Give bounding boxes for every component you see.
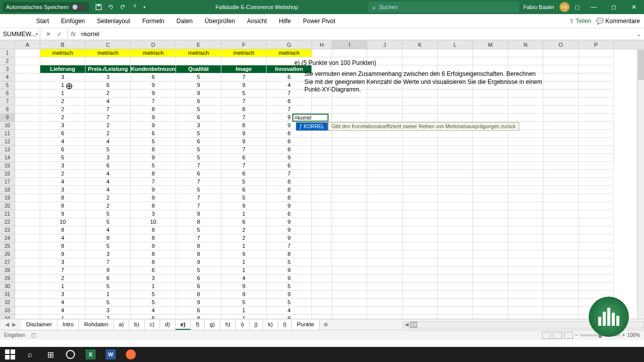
cell[interactable]: 6 [176,275,221,283]
cell[interactable]: 6 [176,98,221,106]
sheet-tab-l[interactable]: l) [278,320,292,330]
row-header-5[interactable]: 5 [0,81,15,89]
sheet-next-icon[interactable]: ▶ [12,321,16,328]
cell[interactable] [367,186,403,194]
row-header-21[interactable]: 21 [0,210,15,218]
row-header-14[interactable]: 14 [0,154,15,162]
cell[interactable]: metrisch [86,49,131,57]
cell[interactable] [312,275,332,283]
cell[interactable] [403,138,438,146]
cell[interactable] [438,266,473,275]
sheet-nav[interactable]: ◀▶ [0,321,21,328]
cells-area[interactable]: metrischmetrischmetrischmetrischmetrisch… [15,49,644,319]
cell[interactable]: 8 [221,122,267,130]
cell[interactable] [438,130,473,138]
cell[interactable]: 9 [267,154,312,162]
ribbon-tab-daten[interactable]: Daten [171,14,199,28]
cell[interactable] [543,57,579,65]
cell[interactable]: 8 [131,226,176,234]
row-header-12[interactable]: 12 [0,138,15,146]
cell[interactable] [367,242,403,250]
cell[interactable] [543,162,579,170]
cell[interactable]: 5 [86,218,131,226]
cell[interactable] [312,138,332,146]
cell[interactable] [15,178,40,186]
row-header-13[interactable]: 13 [0,146,15,154]
cell[interactable] [312,178,332,186]
cell[interactable]: 5 [221,299,267,307]
cell[interactable]: 8 [176,250,221,258]
cell[interactable] [473,242,508,250]
cell[interactable]: 8 [267,138,312,146]
cell[interactable] [332,178,367,186]
cell[interactable]: 7 [267,106,312,114]
cell[interactable]: 2 [40,98,86,106]
cell[interactable] [312,307,332,315]
sheet-tab-Rohdaten[interactable]: Rohdaten [79,320,114,330]
cell[interactable]: 8 [40,194,86,202]
cell[interactable] [367,234,403,242]
user-avatar[interactable]: FB [559,2,570,12]
cell[interactable] [438,106,473,114]
cell[interactable] [508,130,543,138]
cell[interactable] [15,65,40,73]
cell[interactable] [438,234,473,242]
cell[interactable] [438,178,473,186]
cell[interactable] [332,98,367,106]
cell[interactable]: 9 [131,89,176,98]
ribbon-tab-überprüfen[interactable]: Überprüfen [199,14,241,28]
ribbon-tab-einfügen[interactable]: Einfügen [55,14,91,28]
cell[interactable] [367,299,403,307]
cell[interactable] [367,275,403,283]
cell[interactable] [312,291,332,299]
cell[interactable]: 2 [221,234,267,242]
cell[interactable]: 8 [221,106,267,114]
cell[interactable]: 4 [86,186,131,194]
cell[interactable] [332,283,367,291]
cell[interactable]: 9 [267,234,312,242]
cell[interactable] [508,49,543,57]
cell[interactable] [508,178,543,186]
ribbon-display-icon[interactable]: ▢ [575,4,580,11]
cell[interactable]: 6 [131,266,176,275]
cell[interactable] [543,275,579,283]
cell[interactable]: 4 [40,138,86,146]
column-header-M[interactable]: M [473,40,508,49]
cell[interactable]: 2 [86,130,131,138]
cell[interactable] [579,81,614,89]
comments-button[interactable]: 💬Kommentare [596,18,640,25]
cell[interactable] [332,299,367,307]
word-taskbar-icon[interactable]: W [101,347,121,362]
row-header-27[interactable]: 27 [0,258,15,266]
cell[interactable] [579,138,614,146]
column-header-P[interactable]: P [579,40,614,49]
cell[interactable]: 7 [176,202,221,210]
cell[interactable]: 5 [131,299,176,307]
cell[interactable] [332,202,367,210]
firefox-taskbar-icon[interactable] [121,347,141,362]
cell[interactable] [403,283,438,291]
cell[interactable] [508,98,543,106]
cell[interactable]: 5 [176,154,221,162]
row-header-17[interactable]: 17 [0,178,15,186]
cell[interactable] [543,242,579,250]
cell[interactable] [473,218,508,226]
cell[interactable]: 9 [221,250,267,258]
cell[interactable]: 3 [40,258,86,266]
cell[interactable] [543,250,579,258]
cell[interactable] [579,170,614,178]
cell[interactable] [508,291,543,299]
cell[interactable] [579,218,614,226]
cell[interactable] [367,210,403,218]
name-box[interactable]: SUMMEW... ▾ [0,28,40,40]
cell[interactable] [15,202,40,210]
cell[interactable]: 5 [86,242,131,250]
cell[interactable] [15,186,40,194]
vscroll-thumb[interactable] [638,50,644,80]
column-header-C[interactable]: C [86,40,131,49]
minimize-button[interactable]: — [584,0,604,14]
cell[interactable]: 9 [221,130,267,138]
cell[interactable] [367,202,403,210]
row-header-1[interactable]: 1 [0,49,15,57]
cell[interactable] [508,258,543,266]
